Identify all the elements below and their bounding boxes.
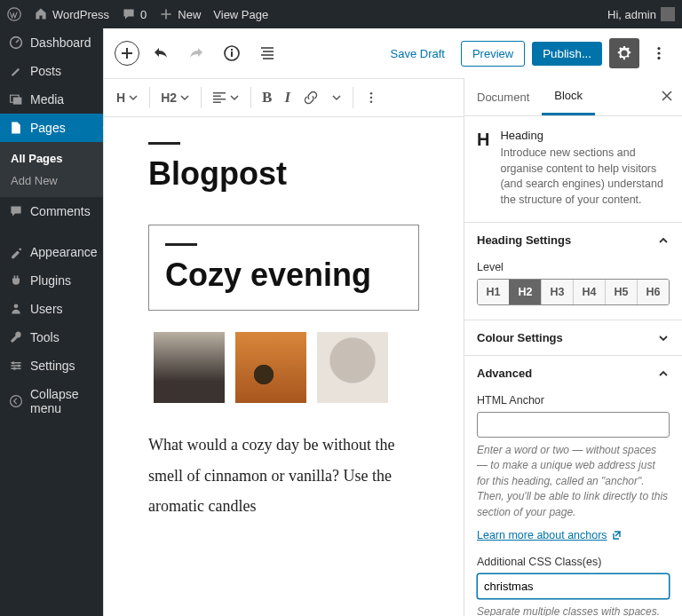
page-title[interactable]: Blogpost [148, 155, 419, 193]
block-name-label: Heading [500, 129, 670, 142]
heading-settings-section: Heading Settings Level H1 H2 H3 H4 H5 H6 [464, 223, 682, 320]
add-block-button[interactable] [115, 41, 139, 66]
close-inspector-button[interactable] [652, 81, 682, 114]
undo-button[interactable] [147, 39, 175, 67]
inspector-sidebar: Document Block H Heading Introduce new s… [464, 78, 682, 616]
advanced-toggle[interactable]: Advanced [464, 356, 682, 391]
preview-button[interactable]: Preview [461, 41, 525, 67]
greeting[interactable]: Hi, admin [607, 7, 675, 21]
advanced-section: Advanced HTML Anchor Enter a word or two… [464, 356, 682, 616]
level-h2[interactable]: H2 [509, 280, 541, 304]
svg-point-7 [13, 367, 16, 370]
css-class-input[interactable] [477, 573, 670, 599]
editor-canvas[interactable]: H H2 B I Blogpost [104, 78, 464, 616]
comments-count: 0 [140, 8, 147, 21]
gallery-image[interactable] [235, 332, 306, 403]
menu-collapse[interactable]: Collapse menu [0, 380, 103, 423]
save-draft-button[interactable]: Save Draft [382, 42, 454, 66]
more-menu-button[interactable] [646, 38, 671, 68]
svg-rect-3 [13, 98, 22, 105]
svg-point-15 [370, 92, 373, 95]
svg-point-12 [657, 47, 660, 50]
external-link-icon [611, 530, 622, 541]
link-button[interactable] [297, 86, 324, 109]
chevron-down-icon [331, 92, 342, 103]
colour-settings-section: Colour Settings [464, 320, 682, 356]
submenu-add-new[interactable]: Add New [0, 170, 103, 192]
gallery-image[interactable] [317, 332, 388, 403]
admin-bar: WordPress 0 New View Page Hi, admin [0, 0, 682, 28]
italic-button[interactable]: I [279, 85, 296, 110]
heading-text[interactable]: Cozy evening [165, 257, 415, 294]
level-h6[interactable]: H6 [637, 280, 669, 304]
menu-users[interactable]: Users [0, 295, 103, 323]
menu-appearance[interactable]: Appearance [0, 238, 103, 266]
align-button[interactable] [207, 88, 245, 107]
wp-logo[interactable] [7, 7, 21, 21]
redo-button[interactable] [182, 39, 210, 67]
menu-posts[interactable]: Posts [0, 57, 103, 85]
svg-point-6 [18, 364, 20, 367]
outline-button[interactable] [253, 39, 282, 67]
menu-dashboard[interactable]: Dashboard [0, 28, 103, 57]
level-h3[interactable]: H3 [541, 280, 573, 304]
site-link[interactable]: WordPress [34, 7, 109, 21]
site-name: WordPress [52, 8, 109, 21]
info-button[interactable] [218, 39, 246, 67]
chevron-down-icon [229, 92, 240, 103]
block-more-button[interactable] [359, 87, 384, 108]
level-button-group: H1 H2 H3 H4 H5 H6 [477, 279, 670, 305]
more-rich-button[interactable] [326, 89, 347, 107]
anchor-help: Enter a word or two — without spaces — t… [477, 443, 670, 520]
view-page-link[interactable]: View Page [213, 8, 268, 21]
level-h4[interactable]: H4 [573, 280, 605, 304]
css-help: Separate multiple classes with spaces. [477, 604, 670, 616]
publish-button[interactable]: Publish... [532, 42, 602, 66]
svg-point-17 [370, 101, 373, 104]
svg-point-13 [657, 51, 660, 54]
editor: Save Draft Preview Publish... H H2 B I [103, 28, 682, 616]
block-toolbar: H H2 B I [104, 78, 464, 117]
avatar [661, 7, 675, 21]
level-h5[interactable]: H5 [605, 280, 637, 304]
menu-tools[interactable]: Tools [0, 323, 103, 351]
level-h1[interactable]: H1 [478, 280, 509, 304]
heading-level-button[interactable]: H2 [155, 87, 195, 108]
svg-rect-11 [231, 49, 233, 51]
new-link[interactable]: New [159, 7, 201, 21]
gallery-block[interactable] [154, 332, 419, 403]
submenu-all-pages[interactable]: All Pages [0, 147, 103, 170]
gallery-image[interactable] [154, 332, 225, 403]
chevron-down-icon [657, 332, 670, 344]
css-label: Additional CSS Class(es) [477, 556, 670, 568]
settings-toggle[interactable] [609, 38, 639, 68]
menu-plugins[interactable]: Plugins [0, 266, 103, 295]
menu-pages[interactable]: Pages [0, 114, 103, 142]
separator [165, 243, 197, 246]
block-desc-text: Introduce new sections and organise cont… [500, 146, 670, 208]
paragraph-block[interactable]: What would a cozy day be without the sme… [148, 430, 397, 521]
inspector-tabs: Document Block [464, 78, 682, 116]
editor-topbar: Save Draft Preview Publish... [104, 28, 682, 78]
pages-submenu: All Pages Add New [0, 142, 103, 197]
heading-icon: H [477, 129, 489, 208]
tab-block[interactable]: Block [542, 78, 595, 115]
anchor-input[interactable] [477, 412, 670, 438]
menu-comments[interactable]: Comments [0, 197, 103, 225]
comments-link[interactable]: 0 [122, 7, 147, 21]
svg-point-16 [370, 97, 373, 99]
svg-point-8 [11, 396, 22, 407]
level-label: Level [477, 261, 670, 273]
anchor-learn-link[interactable]: Learn more about anchors [477, 529, 622, 541]
chevron-up-icon [657, 234, 670, 247]
admin-sidebar: Dashboard Posts Media Pages All Pages Ad… [0, 28, 103, 616]
block-type-button[interactable]: H [111, 87, 144, 108]
colour-settings-toggle[interactable]: Colour Settings [464, 320, 682, 355]
heading-block-selected[interactable]: Cozy evening [148, 225, 419, 311]
svg-point-4 [14, 304, 19, 308]
menu-settings[interactable]: Settings [0, 351, 103, 380]
tab-document[interactable]: Document [464, 80, 542, 115]
menu-media[interactable]: Media [0, 85, 103, 114]
heading-settings-toggle[interactable]: Heading Settings [464, 223, 682, 257]
bold-button[interactable]: B [257, 85, 277, 110]
